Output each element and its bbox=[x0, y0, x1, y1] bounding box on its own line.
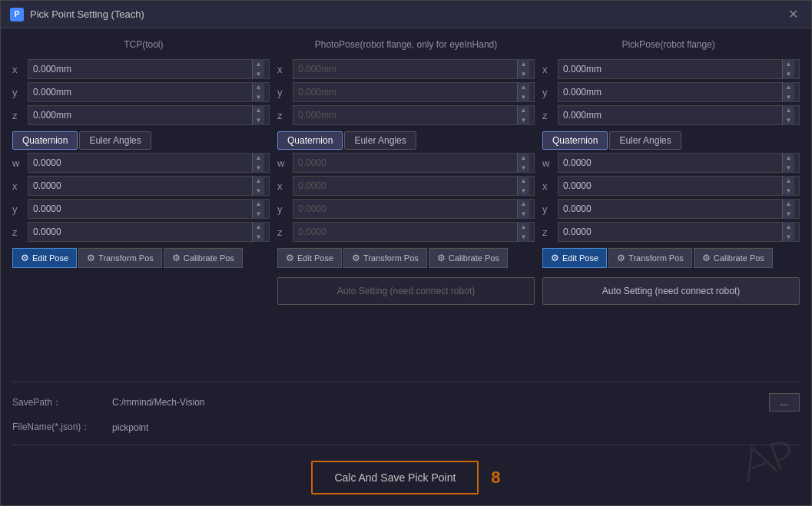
photo-tab-quaternion[interactable]: Quaternion bbox=[277, 131, 343, 150]
tcp-z-up[interactable]: ▲ bbox=[253, 105, 264, 115]
pick-qz-down[interactable]: ▼ bbox=[783, 232, 794, 242]
tcp-edit-pose-btn[interactable]: ⚙ Edit Pose bbox=[12, 248, 77, 268]
photo-qx-spinbox[interactable]: 0.0000 ▲ ▼ bbox=[293, 176, 535, 196]
photo-auto-setting-btn[interactable]: Auto Setting (need connect robot) bbox=[277, 277, 535, 305]
pick-x-spinbox[interactable]: 0.000mm ▲ ▼ bbox=[558, 59, 800, 79]
pick-edit-pose-btn[interactable]: ⚙ Edit Pose bbox=[542, 248, 607, 268]
photo-qz-up[interactable]: ▲ bbox=[518, 222, 529, 232]
close-button[interactable]: ✕ bbox=[784, 5, 802, 24]
pick-qz-spinbox[interactable]: 0.0000 ▲ ▼ bbox=[558, 222, 800, 242]
pick-qx-up[interactable]: ▲ bbox=[783, 176, 794, 186]
tcp-qx-spinbox[interactable]: 0.0000 ▲ ▼ bbox=[28, 176, 270, 196]
tcp-tab-quaternion[interactable]: Quaternion bbox=[12, 131, 78, 150]
photo-w-arrows[interactable]: ▲ ▼ bbox=[517, 153, 529, 173]
calc-save-btn[interactable]: Calc And Save Pick Point bbox=[311, 461, 479, 494]
photo-w-spinbox[interactable]: 0.0000 ▲ ▼ bbox=[293, 153, 535, 173]
pick-z-up[interactable]: ▲ bbox=[783, 105, 794, 115]
tcp-w-down[interactable]: ▼ bbox=[253, 163, 264, 173]
photo-tab-euler[interactable]: Euler Angles bbox=[344, 131, 416, 150]
pick-x-arrows[interactable]: ▲ ▼ bbox=[782, 59, 794, 79]
pick-tab-euler[interactable]: Euler Angles bbox=[609, 131, 681, 150]
pick-qy-arrows[interactable]: ▲ ▼ bbox=[782, 199, 794, 219]
tcp-qz-up[interactable]: ▲ bbox=[253, 222, 264, 232]
photo-z-down[interactable]: ▼ bbox=[518, 115, 529, 125]
photo-z-up[interactable]: ▲ bbox=[518, 105, 529, 115]
tcp-w-spinbox[interactable]: 0.0000 ▲ ▼ bbox=[28, 153, 270, 173]
tcp-qy-down[interactable]: ▼ bbox=[253, 209, 264, 219]
photo-qz-down[interactable]: ▼ bbox=[518, 232, 529, 242]
photo-w-up[interactable]: ▲ bbox=[518, 153, 529, 163]
tcp-qy-arrows[interactable]: ▲ ▼ bbox=[252, 199, 264, 219]
photo-qy-up[interactable]: ▲ bbox=[518, 199, 529, 209]
pick-y-up[interactable]: ▲ bbox=[783, 82, 794, 92]
photo-x-spinbox[interactable]: 0.000mm ▲ ▼ bbox=[293, 59, 535, 79]
photo-calibrate-btn[interactable]: ⚙ Calibrate Pos bbox=[429, 248, 508, 268]
tcp-y-up[interactable]: ▲ bbox=[253, 82, 264, 92]
photo-edit-pose-btn[interactable]: ⚙ Edit Pose bbox=[277, 248, 342, 268]
tcp-qy-up[interactable]: ▲ bbox=[253, 199, 264, 209]
tcp-z-arrows[interactable]: ▲ ▼ bbox=[252, 105, 264, 125]
pick-x-up[interactable]: ▲ bbox=[783, 59, 794, 69]
photo-w-down[interactable]: ▼ bbox=[518, 163, 529, 173]
tcp-x-up[interactable]: ▲ bbox=[253, 59, 264, 69]
photo-x-down[interactable]: ▼ bbox=[518, 69, 529, 79]
photo-qz-spinbox[interactable]: 0.0000 ▲ ▼ bbox=[293, 222, 535, 242]
tcp-x-arrows[interactable]: ▲ ▼ bbox=[252, 59, 264, 79]
tcp-qy-spinbox[interactable]: 0.0000 ▲ ▼ bbox=[28, 199, 270, 219]
pick-qy-spinbox[interactable]: 0.0000 ▲ ▼ bbox=[558, 199, 800, 219]
pick-w-up[interactable]: ▲ bbox=[783, 153, 794, 163]
tcp-y-arrows[interactable]: ▲ ▼ bbox=[252, 82, 264, 102]
tcp-qz-spinbox[interactable]: 0.0000 ▲ ▼ bbox=[28, 222, 270, 242]
photo-qx-down[interactable]: ▼ bbox=[518, 186, 529, 196]
photo-qz-arrows[interactable]: ▲ ▼ bbox=[517, 222, 529, 242]
pick-calibrate-btn[interactable]: ⚙ Calibrate Pos bbox=[694, 248, 773, 268]
tcp-qx-down[interactable]: ▼ bbox=[253, 186, 264, 196]
tcp-qx-arrows[interactable]: ▲ ▼ bbox=[252, 176, 264, 196]
tcp-z-down[interactable]: ▼ bbox=[253, 115, 264, 125]
pick-w-down[interactable]: ▼ bbox=[783, 163, 794, 173]
photo-qx-arrows[interactable]: ▲ ▼ bbox=[517, 176, 529, 196]
photo-transform-btn[interactable]: ⚙ Transform Pos bbox=[343, 248, 427, 268]
pick-auto-setting-btn[interactable]: Auto Setting (need connect robot) bbox=[542, 277, 800, 305]
pick-qx-arrows[interactable]: ▲ ▼ bbox=[782, 176, 794, 196]
photo-y-down[interactable]: ▼ bbox=[518, 92, 529, 102]
pick-w-spinbox[interactable]: 0.0000 ▲ ▼ bbox=[558, 153, 800, 173]
pick-qx-spinbox[interactable]: 0.0000 ▲ ▼ bbox=[558, 176, 800, 196]
pick-qx-down[interactable]: ▼ bbox=[783, 186, 794, 196]
photo-x-arrows[interactable]: ▲ ▼ bbox=[517, 59, 529, 79]
pick-qy-down[interactable]: ▼ bbox=[783, 209, 794, 219]
tcp-w-up[interactable]: ▲ bbox=[253, 153, 264, 163]
pick-x-down[interactable]: ▼ bbox=[783, 69, 794, 79]
pick-z-down[interactable]: ▼ bbox=[783, 115, 794, 125]
tcp-x-down[interactable]: ▼ bbox=[253, 69, 264, 79]
tcp-qz-down[interactable]: ▼ bbox=[253, 232, 264, 242]
tcp-x-spinbox[interactable]: 0.000mm ▲ ▼ bbox=[28, 59, 270, 79]
photo-qx-up[interactable]: ▲ bbox=[518, 176, 529, 186]
pick-w-arrows[interactable]: ▲ ▼ bbox=[782, 153, 794, 173]
pick-y-arrows[interactable]: ▲ ▼ bbox=[782, 82, 794, 102]
photo-x-up[interactable]: ▲ bbox=[518, 59, 529, 69]
pick-z-spinbox[interactable]: 0.000mm ▲ ▼ bbox=[558, 105, 800, 125]
photo-qy-down[interactable]: ▼ bbox=[518, 209, 529, 219]
photo-z-arrows[interactable]: ▲ ▼ bbox=[517, 105, 529, 125]
tcp-y-down[interactable]: ▼ bbox=[253, 92, 264, 102]
pick-y-spinbox[interactable]: 0.000mm ▲ ▼ bbox=[558, 82, 800, 102]
pick-qz-up[interactable]: ▲ bbox=[783, 222, 794, 232]
pick-y-down[interactable]: ▼ bbox=[783, 92, 794, 102]
photo-qy-spinbox[interactable]: 0.0000 ▲ ▼ bbox=[293, 199, 535, 219]
tcp-z-spinbox[interactable]: 0.000mm ▲ ▼ bbox=[28, 105, 270, 125]
tcp-calibrate-btn[interactable]: ⚙ Calibrate Pos bbox=[164, 248, 243, 268]
pick-qz-arrows[interactable]: ▲ ▼ bbox=[782, 222, 794, 242]
photo-z-spinbox[interactable]: 0.000mm ▲ ▼ bbox=[293, 105, 535, 125]
photo-y-up[interactable]: ▲ bbox=[518, 82, 529, 92]
tcp-qz-arrows[interactable]: ▲ ▼ bbox=[252, 222, 264, 242]
photo-y-spinbox[interactable]: 0.000mm ▲ ▼ bbox=[293, 82, 535, 102]
photo-qy-arrows[interactable]: ▲ ▼ bbox=[517, 199, 529, 219]
tcp-w-arrows[interactable]: ▲ ▼ bbox=[252, 153, 264, 173]
tcp-tab-euler[interactable]: Euler Angles bbox=[79, 131, 151, 150]
pick-transform-btn[interactable]: ⚙ Transform Pos bbox=[608, 248, 692, 268]
pick-tab-quaternion[interactable]: Quaternion bbox=[542, 131, 608, 150]
pick-qy-up[interactable]: ▲ bbox=[783, 199, 794, 209]
tcp-y-spinbox[interactable]: 0.000mm ▲ ▼ bbox=[28, 82, 270, 102]
tcp-transform-btn[interactable]: ⚙ Transform Pos bbox=[78, 248, 162, 268]
